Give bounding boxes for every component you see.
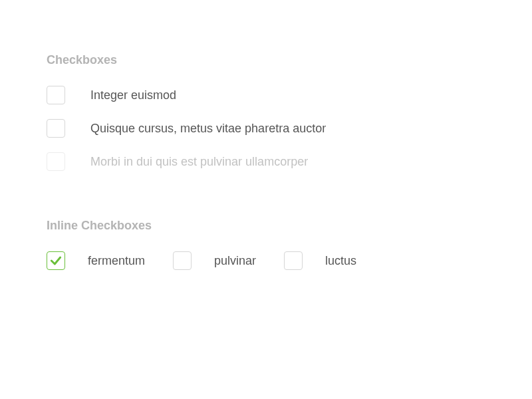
checkbox-row: Integer euismod <box>47 86 485 104</box>
checkbox-fermentum[interactable] <box>47 251 65 270</box>
checkbox-label: luctus <box>325 254 356 268</box>
checkbox-label: Quisque cursus, metus vitae pharetra auc… <box>90 122 326 136</box>
checkbox-morbi-disabled <box>47 152 65 171</box>
inline-checkbox-group: fermentum pulvinar luctus <box>47 251 485 270</box>
checkbox-luctus[interactable] <box>284 251 303 270</box>
checkbox-row: Quisque cursus, metus vitae pharetra auc… <box>47 119 485 138</box>
checkbox-row: pulvinar <box>173 251 256 270</box>
checkbox-quisque-cursus[interactable] <box>47 119 65 138</box>
checkbox-label: fermentum <box>88 254 145 268</box>
inline-checkboxes-section: Inline Checkboxes fermentum pulvinar <box>47 219 485 270</box>
checkbox-row: fermentum <box>47 251 145 270</box>
checkbox-row: Morbi in dui quis est pulvinar ullamcorp… <box>47 152 485 171</box>
section-title-inline-checkboxes: Inline Checkboxes <box>47 219 485 233</box>
checkboxes-section: Checkboxes Integer euismod Quisque cursu… <box>47 53 485 171</box>
checkbox-label: Integer euismod <box>90 88 176 102</box>
checkbox-pulvinar[interactable] <box>173 251 192 270</box>
checkbox-integer-euismod[interactable] <box>47 86 65 104</box>
checkbox-label: pulvinar <box>214 254 256 268</box>
checkbox-row: luctus <box>284 251 356 270</box>
checkbox-label-disabled: Morbi in dui quis est pulvinar ullamcorp… <box>90 155 308 169</box>
section-title-checkboxes: Checkboxes <box>47 53 485 67</box>
check-icon <box>49 254 63 267</box>
